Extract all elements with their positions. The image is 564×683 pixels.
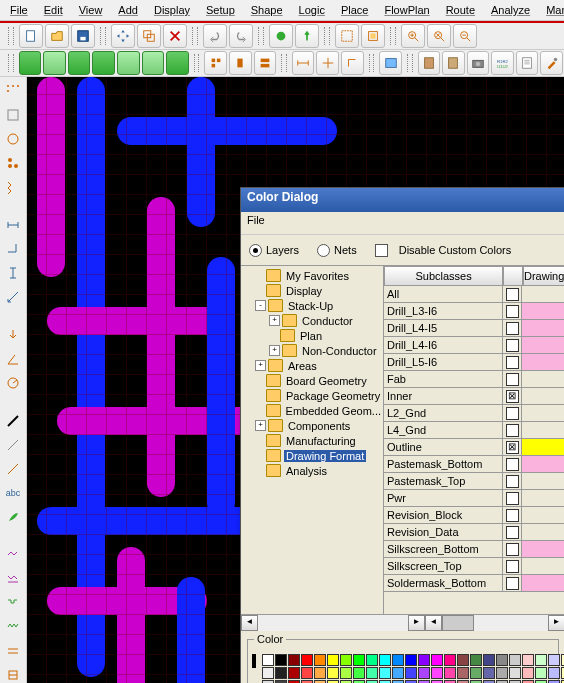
dim-h-button[interactable]: [292, 51, 315, 75]
color-swatch[interactable]: [444, 654, 456, 666]
camera-button[interactable]: [467, 51, 490, 75]
menu-view[interactable]: View: [71, 2, 111, 18]
tree-node[interactable]: My Favorites: [241, 268, 383, 283]
menu-logic[interactable]: Logic: [291, 2, 333, 18]
dim-t-button[interactable]: [316, 51, 339, 75]
color-swatch[interactable]: [327, 654, 339, 666]
tools-button[interactable]: [540, 51, 563, 75]
open-file-button[interactable]: [45, 24, 69, 48]
color-swatch[interactable]: [496, 667, 508, 679]
pin-button[interactable]: [295, 24, 319, 48]
color-swatch[interactable]: [392, 667, 404, 679]
arrow-down-icon[interactable]: [3, 325, 23, 345]
menu-analyze[interactable]: Analyze: [483, 2, 538, 18]
color-swatch[interactable]: [262, 654, 274, 666]
color-swatch[interactable]: [379, 667, 391, 679]
color-swatch[interactable]: [353, 654, 365, 666]
grid-row[interactable]: Drill_L4-I5: [384, 320, 564, 337]
color-swatch[interactable]: [340, 654, 352, 666]
snap-dots-icon[interactable]: [3, 81, 23, 101]
grid-row[interactable]: Revision_Block: [384, 507, 564, 524]
tree-node[interactable]: Analysis: [241, 463, 383, 478]
zoom-fit-button[interactable]: [361, 24, 385, 48]
menu-flowplan[interactable]: FlowPlan: [376, 2, 437, 18]
abc-icon[interactable]: abc: [3, 483, 23, 503]
grid-row[interactable]: Drill_L3-I6: [384, 303, 564, 320]
layers-radio[interactable]: Layers: [249, 244, 299, 257]
dim4-icon[interactable]: [3, 287, 23, 307]
zoom-window-button[interactable]: [335, 24, 359, 48]
grid2-button[interactable]: [43, 51, 66, 75]
zig6-icon[interactable]: [3, 641, 23, 661]
drc-circle-button[interactable]: [269, 24, 293, 48]
dim-c-button[interactable]: [341, 51, 364, 75]
menu-edit[interactable]: Edit: [36, 2, 71, 18]
zig4-icon[interactable]: [3, 593, 23, 613]
color-swatch[interactable]: [392, 654, 404, 666]
menu-manufacture[interactable]: Manufacture: [538, 2, 564, 18]
grid-row[interactable]: Inner⊠: [384, 388, 564, 405]
dialog-titlebar[interactable]: Color Dialog: [241, 188, 564, 212]
grid-row[interactable]: Pwr: [384, 490, 564, 507]
dim2-icon[interactable]: [3, 239, 23, 259]
tree-node[interactable]: +Components: [241, 418, 383, 433]
color-swatch[interactable]: [509, 654, 521, 666]
color-swatch[interactable]: [431, 667, 443, 679]
book2-button[interactable]: [442, 51, 465, 75]
grid6-button[interactable]: [142, 51, 165, 75]
menu-file[interactable]: File: [2, 2, 36, 18]
color-swatch[interactable]: [301, 654, 313, 666]
color-swatch[interactable]: [509, 667, 521, 679]
res-button[interactable]: R1R2U1U2: [491, 51, 514, 75]
block2-button[interactable]: [229, 51, 252, 75]
nets-radio[interactable]: Nets: [317, 244, 357, 257]
color-swatch[interactable]: [314, 654, 326, 666]
line2-icon[interactable]: [3, 435, 23, 455]
col-vis[interactable]: [503, 266, 523, 286]
color-swatch[interactable]: [327, 667, 339, 679]
grid-row[interactable]: Pastemask_Top: [384, 473, 564, 490]
nodes-icon[interactable]: [3, 153, 23, 173]
tree-node[interactable]: Embedded Geom...: [241, 403, 383, 418]
color-swatch[interactable]: [262, 667, 274, 679]
color-swatch[interactable]: [301, 667, 313, 679]
color-swatch[interactable]: [418, 667, 430, 679]
grid4-button[interactable]: [92, 51, 115, 75]
color-swatch[interactable]: [366, 654, 378, 666]
zig3-icon[interactable]: [3, 569, 23, 589]
doc-button[interactable]: [516, 51, 539, 75]
dim3-icon[interactable]: [3, 263, 23, 283]
zig7-icon[interactable]: [3, 665, 23, 683]
selected-color-swatch[interactable]: [252, 654, 256, 668]
zoom-in-button[interactable]: [401, 24, 425, 48]
color-swatch[interactable]: [496, 654, 508, 666]
color-swatch[interactable]: [340, 667, 352, 679]
block3-button[interactable]: [254, 51, 277, 75]
menu-display[interactable]: Display: [146, 2, 198, 18]
tree-node[interactable]: +Conductor: [241, 313, 383, 328]
color-swatch[interactable]: [470, 654, 482, 666]
line1-icon[interactable]: [3, 411, 23, 431]
grid-row[interactable]: L4_Gnd: [384, 422, 564, 439]
copy-button[interactable]: [137, 24, 161, 48]
leaf-icon[interactable]: [3, 507, 23, 527]
undo-button[interactable]: [203, 24, 227, 48]
color-swatch[interactable]: [535, 654, 547, 666]
grid-row[interactable]: Outline⊠: [384, 439, 564, 456]
color-swatch[interactable]: [535, 667, 547, 679]
grid-row[interactable]: Pastemask_Bottom: [384, 456, 564, 473]
square-icon[interactable]: [3, 105, 23, 125]
grid-row[interactable]: Drill_L5-I6: [384, 354, 564, 371]
zoom-prev-button[interactable]: [427, 24, 451, 48]
grid5-button[interactable]: [117, 51, 140, 75]
color-swatch[interactable]: [548, 654, 560, 666]
color-swatch[interactable]: [522, 667, 534, 679]
tree-node[interactable]: Display: [241, 283, 383, 298]
save-file-button[interactable]: [71, 24, 95, 48]
color-swatch[interactable]: [548, 667, 560, 679]
zig2-icon[interactable]: [3, 545, 23, 565]
dim1-icon[interactable]: [3, 215, 23, 235]
grid-row[interactable]: Fab: [384, 371, 564, 388]
color-swatch[interactable]: [275, 667, 287, 679]
circle-icon[interactable]: [3, 129, 23, 149]
